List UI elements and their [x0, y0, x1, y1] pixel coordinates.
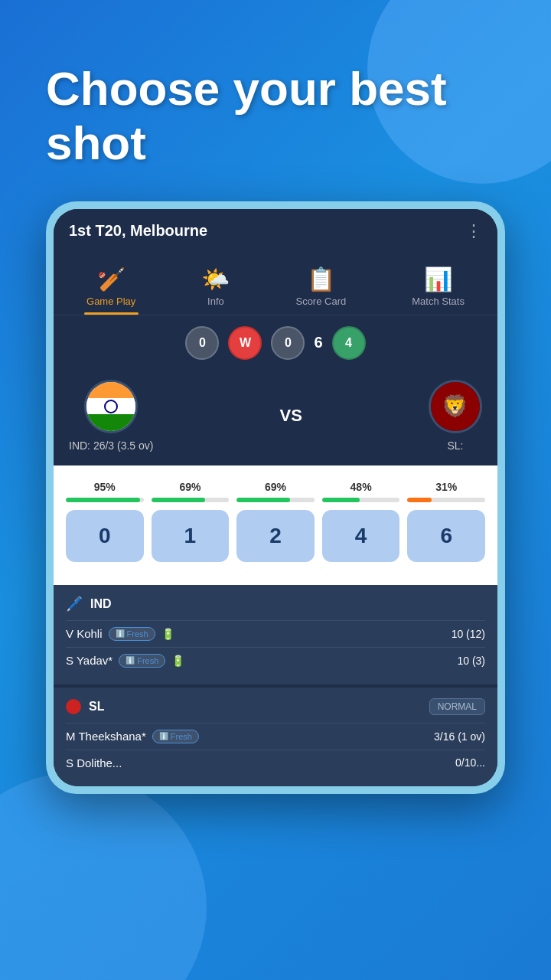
ball-0-first: 0	[185, 326, 219, 360]
score-card-icon: 📋	[307, 266, 335, 292]
india-flag	[86, 382, 135, 431]
shot-col-3: 48%	[322, 481, 400, 502]
player-dolithe-name: S Dolithe...	[66, 756, 122, 769]
ball-w: W	[228, 326, 262, 360]
bowling-section: SL NORMAL M Theekshana* ℹ️ Fresh 3/16 (1…	[54, 688, 497, 786]
shot-btn-4[interactable]: 4	[322, 510, 400, 562]
shot-btn-col-2: 2	[236, 510, 315, 562]
player-theekshana-score: 3/16 (1 ov)	[434, 730, 485, 743]
score-section: IND: 26/3 (3.5 ov) VS 🦁 SL:	[54, 371, 497, 466]
pct-bar-bg-3	[322, 498, 400, 502]
shot-btn-col-3: 4	[322, 510, 400, 562]
player-kohli-left: V Kohli ℹ️ Fresh 🔋	[66, 627, 174, 641]
headline: Choose your best shot	[0, 0, 551, 201]
bg-blob-bl	[0, 773, 207, 980]
shot-btn-6[interactable]: 6	[407, 510, 485, 562]
pct-bar-fill-2	[236, 498, 290, 502]
ashoka-chakra	[104, 400, 118, 413]
pct-bar-fill-3	[322, 498, 360, 502]
shot-panel: 95% 69% 69%	[54, 466, 497, 585]
phone-mockup: 1st T20, Melbourne ⋮ 🏏 Game Play 🌤️ Info…	[46, 201, 505, 794]
pct-4: 31%	[435, 481, 457, 493]
shot-btn-col-1: 1	[152, 510, 230, 562]
tab-game-play[interactable]: 🏏 Game Play	[77, 260, 145, 315]
info-circle-icon-3: ℹ️	[159, 732, 168, 740]
shot-btn-0[interactable]: 0	[66, 510, 144, 562]
player-theekshana-name: M Theekshana*	[66, 730, 146, 743]
player-theekshana-badge: ℹ️ Fresh	[152, 730, 199, 743]
pct-0: 95%	[94, 481, 116, 493]
team-sl-block: 🦁 SL:	[429, 380, 482, 452]
battery-icon-yadav: 🔋	[171, 655, 184, 667]
shot-col-1: 69%	[152, 481, 230, 502]
tab-match-stats-label: Match Stats	[412, 296, 465, 307]
ball-row: 0 W 0 6 4	[54, 315, 497, 371]
menu-icon[interactable]: ⋮	[465, 221, 482, 241]
phone-screen: 1st T20, Melbourne ⋮ 🏏 Game Play 🌤️ Info…	[54, 209, 497, 786]
sl-score: SL:	[447, 439, 463, 452]
player-row-yadav: S Yadav* ℹ️ Fresh 🔋 10 (3)	[66, 647, 485, 674]
india-flag-circle	[84, 380, 138, 433]
shot-col-4: 31%	[407, 481, 485, 502]
normal-badge: NORMAL	[429, 698, 485, 715]
pct-bar-bg-1	[152, 498, 230, 502]
player-kohli-name: V Kohli	[66, 627, 103, 640]
sl-flag-circle: 🦁	[429, 380, 482, 433]
pct-3: 48%	[350, 481, 372, 493]
player-theekshana-left: M Theekshana* ℹ️ Fresh	[66, 730, 199, 743]
pct-bar-fill-0	[66, 498, 140, 502]
sl-lion-icon: 🦁	[442, 394, 468, 419]
btn-row: 0 1 2 4 6	[66, 510, 485, 562]
match-stats-icon: 📊	[424, 266, 452, 292]
player-row-kohli: V Kohli ℹ️ Fresh 🔋 10 (12)	[66, 620, 485, 647]
player-row-theekshana: M Theekshana* ℹ️ Fresh 3/16 (1 ov)	[66, 723, 485, 750]
tab-match-stats[interactable]: 📊 Match Stats	[403, 260, 474, 315]
team-india-block: IND: 26/3 (3.5 ov)	[69, 380, 154, 452]
bowling-left: SL	[66, 699, 104, 714]
tab-score-card-label: Score Card	[295, 296, 346, 307]
shot-btn-1[interactable]: 1	[152, 510, 230, 562]
batting-section: 🖊️ IND V Kohli ℹ️ Fresh 🔋 10 (12) S Yada…	[54, 585, 497, 684]
tab-game-play-label: Game Play	[86, 296, 135, 307]
phone-header: 1st T20, Melbourne ⋮	[54, 209, 497, 253]
batting-header: 🖊️ IND	[66, 596, 485, 612]
tab-info[interactable]: 🌤️ Info	[192, 260, 239, 315]
india-score: IND: 26/3 (3.5 ov)	[69, 439, 154, 452]
player-row-dolithe: S Dolithe... 0/10...	[66, 750, 485, 776]
info-circle-icon: ℹ️	[116, 629, 125, 638]
player-kohli-score: 10 (12)	[452, 628, 485, 640]
shot-btn-col-4: 6	[407, 510, 485, 562]
nav-tabs: 🏏 Game Play 🌤️ Info 📋 Score Card 📊 Match…	[54, 253, 497, 315]
vs-label: VS	[280, 406, 302, 426]
shot-col-2: 69%	[236, 481, 315, 502]
tab-score-card[interactable]: 📋 Score Card	[286, 260, 355, 315]
player-kohli-badge: ℹ️ Fresh	[109, 627, 155, 641]
shot-col-0: 95%	[66, 481, 144, 502]
ball-0-second: 0	[271, 326, 305, 360]
tab-info-label: Info	[207, 296, 224, 307]
bowling-team: SL	[89, 700, 104, 714]
pct-bar-bg-0	[66, 498, 144, 502]
player-yadav-badge-label: Fresh	[137, 656, 158, 665]
india-flag-top	[86, 382, 135, 398]
info-icon: 🌤️	[201, 266, 230, 292]
ball-6: 6	[314, 334, 322, 351]
batting-icon: 🖊️	[66, 596, 83, 612]
battery-icon-kohli: 🔋	[161, 628, 174, 640]
sl-dot-icon	[66, 699, 81, 714]
sl-flag: 🦁	[431, 382, 480, 431]
player-dolithe-left: S Dolithe...	[66, 756, 122, 769]
shot-btn-2[interactable]: 2	[236, 510, 315, 562]
pct-bar-bg-2	[236, 498, 315, 502]
info-circle-icon-2: ℹ️	[126, 656, 135, 665]
pct-bar-fill-4	[407, 498, 431, 502]
india-flag-bot	[86, 414, 135, 430]
pct-bar-fill-1	[152, 498, 205, 502]
player-yadav-badge: ℹ️ Fresh	[119, 654, 165, 668]
game-play-icon: 🏏	[97, 266, 126, 292]
batting-team: IND	[90, 597, 112, 611]
player-theekshana-badge-label: Fresh	[171, 732, 192, 741]
ball-4: 4	[332, 326, 366, 360]
pct-2: 69%	[265, 481, 286, 493]
pct-1: 69%	[179, 481, 201, 493]
